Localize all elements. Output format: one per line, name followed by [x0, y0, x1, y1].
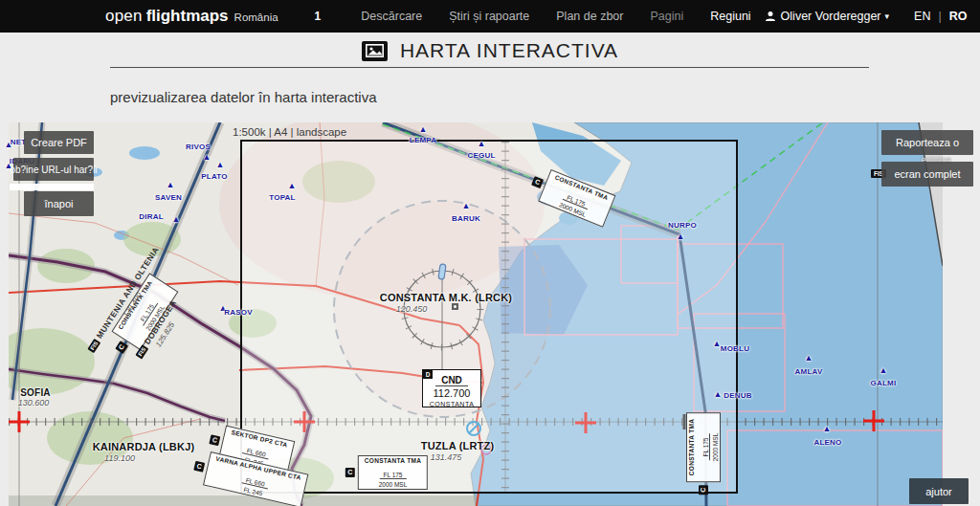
waypoint-triangle-icon: ▲ [714, 390, 723, 399]
interactive-map[interactable]: 1:500k | A4 | landscape CONSTANTA M.K. (… [9, 122, 943, 506]
create-pdf-button[interactable]: Creare PDF [24, 131, 94, 154]
waypoint-triangle-icon: ▲ [677, 232, 685, 241]
language-switcher: EN | RO [914, 10, 967, 23]
waypoint-label-plato: PLATO [201, 172, 227, 181]
waypoint-triangle-icon: ▲ [478, 140, 486, 148]
waypoint-triangle-icon: ▲ [203, 153, 212, 162]
airport-freq-sofia: 130.600 [18, 398, 50, 407]
waypoint-label-lempa: LEMPA [410, 136, 436, 144]
airport-label-kainardja: KAINARDJA (LBKJ) [93, 441, 195, 452]
user-name: Oliver Vorderegger [781, 10, 881, 23]
tma-box-constanta: CCONSTANTA TMAFL 1752000 MSL [345, 455, 428, 490]
navaid-class-tab: D [423, 370, 433, 379]
url-field[interactable] [10, 184, 94, 190]
waypoint-label-amlav: AMLAV [795, 367, 823, 376]
waypoint-triangle-icon: ▲ [172, 215, 181, 224]
waypoint-label-rivos: RIVOS [186, 143, 211, 151]
class-badge: C [531, 176, 544, 188]
waypoint-triangle-icon: ▲ [288, 182, 297, 190]
tma-box-constanta: CCONSTANTA TMAFL 1752000 MSL [686, 412, 721, 495]
waypoint-label-cegul: CEGUL [468, 151, 496, 160]
airport-label-sofia: SOFIA [20, 387, 51, 398]
waypoint-triangle-icon: ▲ [880, 366, 888, 375]
nav-item-plan-de-zbor[interactable]: Plan de zbor [556, 10, 623, 23]
lang-separator: | [938, 10, 941, 23]
title-bar: HARTA INTERACTIVA [0, 33, 980, 69]
brand-region: România [234, 11, 278, 23]
waypoint-label-diral: DIRAL [139, 212, 163, 221]
print-area-label: 1:500k | A4 | landscape [233, 126, 346, 138]
chevron-down-icon: ▾ [885, 11, 890, 21]
waypoint-triangle-icon: ▲ [216, 161, 225, 169]
waypoint-label-moblu: MOBLU [721, 344, 749, 353]
waypoint-label-aleno: ALENO [814, 438, 842, 447]
navaid-id: CND [435, 375, 468, 386]
page-title: HARTA INTERACTIVA [400, 39, 618, 62]
navaid-name: CONSTANTA [423, 400, 480, 408]
nav-right: Oliver Vorderegger ▾ EN | RO AIRAC 1704 [765, 7, 980, 26]
airport-freq-tuzla: 131.475 [431, 452, 462, 462]
class-badge: C [209, 434, 220, 446]
page-indicator: 1 [315, 10, 322, 23]
nav-item-pagini[interactable]: Pagini [650, 10, 683, 23]
class-badge: C [193, 461, 205, 473]
airport-freq-constanta: 120.450 [396, 304, 428, 314]
nav-item-stiri[interactable]: Știri și rapoarte [449, 10, 529, 23]
class-badge: C [699, 485, 708, 495]
get-url-button[interactable]: ob?ine URL-ul har?ii [13, 158, 94, 181]
navaid-frequency: 112.700 [423, 387, 480, 400]
header-divider [110, 67, 869, 68]
airport-label-tuzla: TUZLA (LRTZ) [421, 440, 495, 451]
top-nav: open flightmaps România 1 Descărcare Ști… [0, 0, 980, 33]
waypoint-label-rasov: RASOV [224, 308, 252, 317]
navaid-box-cnd: D CND 112.700 CONSTANTA [422, 369, 481, 407]
nav-item-descarcare[interactable]: Descărcare [361, 10, 422, 23]
waypoint-label-nurpo: NURPO [668, 221, 697, 230]
page-subtitle: previzualizarea datelor în harta interac… [110, 89, 376, 105]
waypoint-label-galmi: GALMI [871, 379, 897, 387]
brand-open: open [105, 7, 143, 26]
page: open flightmaps România 1 Descărcare Ști… [0, 0, 980, 506]
waypoint-triangle-icon: ▲ [462, 202, 471, 210]
airport-label-constanta: CONSTANTA M.K. (LRCK) [380, 292, 512, 303]
lang-en[interactable]: EN [914, 10, 930, 23]
waypoint-label-topal: TOPAL [269, 193, 295, 202]
brand-flightmaps: flightmaps [146, 7, 229, 26]
waypoint-triangle-icon: ▲ [805, 354, 813, 363]
waypoint-label-saven: SAVEN [155, 193, 182, 202]
user-menu[interactable]: Oliver Vorderegger ▾ [765, 10, 889, 23]
airport-freq-kainardja: 119.100 [104, 453, 135, 463]
waypoint-triangle-icon: ▲ [823, 425, 832, 433]
user-icon [765, 11, 776, 22]
waypoint-triangle-icon: ▲ [419, 125, 428, 134]
fullscreen-button[interactable]: ecran complet [881, 162, 973, 187]
nav-item-regiuni[interactable]: Regiuni [710, 10, 750, 23]
waypoint-label-denub: DENUB [724, 391, 751, 400]
help-button[interactable]: ajutor [909, 478, 969, 504]
waypoint-label-baruk: BARUK [452, 214, 480, 223]
report-error-button[interactable]: Raporteaza o [881, 130, 973, 155]
back-button[interactable]: înapoi [24, 191, 94, 216]
image-icon [362, 41, 388, 61]
brand-logo[interactable]: open flightmaps România [105, 7, 278, 26]
waypoint-triangle-icon: ▲ [167, 181, 175, 189]
nav-items: Descărcare Știri și rapoarte Plan de zbo… [347, 10, 764, 23]
lang-ro[interactable]: RO [949, 10, 968, 23]
class-badge: C [345, 468, 355, 477]
